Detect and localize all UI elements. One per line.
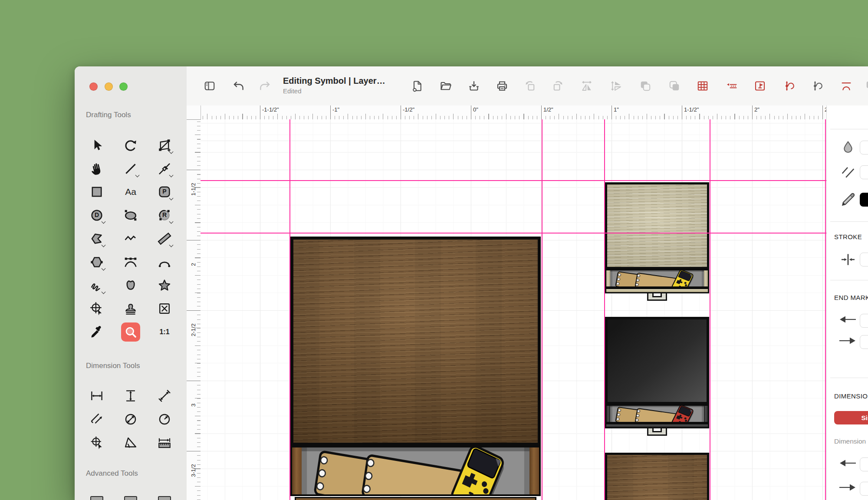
desk-symbol-large[interactable] <box>290 237 541 496</box>
line-tool[interactable] <box>121 159 140 178</box>
dim-ruler-tool[interactable] <box>155 433 174 452</box>
ellipse-tool[interactable] <box>121 206 140 225</box>
symbol-box-tool[interactable] <box>155 299 174 318</box>
guide-vertical-2[interactable] <box>542 119 542 500</box>
dim-horizontal-tool[interactable] <box>87 386 106 405</box>
minimize-window-button[interactable] <box>105 82 113 91</box>
start-mark-field[interactable] <box>860 314 868 328</box>
text-tool[interactable]: Aa <box>121 182 140 201</box>
eyedropper-tool[interactable] <box>87 322 106 342</box>
desk-symbol-light[interactable] <box>605 182 709 301</box>
stroke-align-field[interactable] <box>860 253 868 266</box>
desk-symbol-black[interactable] <box>605 317 709 436</box>
zoom-window-button[interactable] <box>119 82 128 91</box>
point-tool[interactable] <box>87 299 106 318</box>
guide-horizontal-2[interactable] <box>201 233 826 234</box>
copy-button[interactable] <box>639 79 652 92</box>
stroke-color-swatch[interactable] <box>860 193 868 207</box>
dim-angle-tool[interactable] <box>121 433 140 452</box>
construction-line-tool[interactable] <box>155 159 174 178</box>
paste-button[interactable] <box>668 79 681 92</box>
paste-button-icon <box>668 79 681 92</box>
end-mark-arrow-right-icon[interactable] <box>838 335 857 346</box>
select-tool[interactable] <box>87 136 106 155</box>
dim-diagonal-tool[interactable] <box>155 386 174 405</box>
advanced-tool-partial-icon[interactable] <box>158 496 171 500</box>
flip-horizontal-button[interactable] <box>580 79 593 92</box>
guide-vertical-4[interactable] <box>710 119 710 500</box>
open-folder-button[interactable] <box>439 79 452 92</box>
print-button[interactable] <box>496 79 509 92</box>
dimension-arrow-right-icon[interactable] <box>838 482 857 493</box>
flip-vertical-button[interactable] <box>610 79 623 92</box>
dim-vertical-tool-icon <box>123 388 138 403</box>
redo-button[interactable] <box>258 79 271 92</box>
snap-points-button[interactable] <box>783 79 796 92</box>
pencil-icon[interactable] <box>840 191 856 208</box>
guides-toggle-button[interactable] <box>725 79 738 92</box>
snap-points-off-button[interactable] <box>811 79 824 92</box>
end-mark-field[interactable] <box>860 335 868 349</box>
dim-vertical-tool[interactable] <box>121 386 140 405</box>
freehand-tool[interactable] <box>87 276 106 295</box>
actual-size-tool[interactable]: 1:1 <box>155 322 174 342</box>
import-button[interactable] <box>467 79 480 92</box>
curve-tool[interactable] <box>121 229 140 248</box>
single-segment-button[interactable]: Single <box>834 411 868 424</box>
pan-hand-tool[interactable] <box>87 159 106 178</box>
document-toolbar: Editing Symbol | Layer… Edited <box>187 66 868 106</box>
p-shape-tool[interactable]: P <box>155 182 174 201</box>
zoom-tool[interactable] <box>121 322 140 342</box>
transform-tool[interactable] <box>155 136 174 155</box>
double-line-tool[interactable] <box>155 229 174 248</box>
hatch-pattern-icon[interactable] <box>840 164 856 181</box>
stamp-tool[interactable] <box>121 299 140 318</box>
desktop: { "window": { "title": "Editing Symbol |… <box>0 0 868 500</box>
new-document-button[interactable] <box>411 79 424 92</box>
horizontal-ruler[interactable]: -2"-1-1/2"-1"-1/2"0"1/2"1"1-1/2"2"2-1/2" <box>187 105 868 120</box>
start-mark-arrow-left-icon[interactable] <box>838 314 857 325</box>
toggle-sidebar-button[interactable] <box>203 79 216 92</box>
regular-polygon-tool[interactable] <box>87 253 106 272</box>
undo-button[interactable] <box>232 79 245 92</box>
drawing-canvas[interactable] <box>201 119 826 500</box>
object-snap-button-icon <box>753 79 766 92</box>
guide-vertical-5[interactable] <box>825 119 826 500</box>
guide-vertical-3[interactable] <box>604 119 605 500</box>
arc-tool[interactable] <box>155 253 174 272</box>
d-circle-tool[interactable]: D <box>87 206 106 225</box>
tangent-snap-button[interactable] <box>840 79 853 92</box>
stroke-align-icon[interactable] <box>840 251 856 268</box>
rotate-tool[interactable] <box>121 136 140 155</box>
dim-diameter-tool[interactable] <box>121 410 140 429</box>
grid-toggle-button[interactable] <box>696 79 709 92</box>
star-tool[interactable] <box>155 276 174 295</box>
dim-center-mark-tool[interactable] <box>87 433 106 452</box>
rotate-right-button[interactable] <box>552 79 565 92</box>
dimension-arrow-left-icon[interactable] <box>838 457 857 469</box>
r-circle-tool[interactable]: R <box>155 206 174 225</box>
vertical-ruler[interactable]: 1-1/222-1/233-1/2 <box>187 119 201 500</box>
bezier-tool[interactable] <box>121 253 140 272</box>
guide-horizontal-1[interactable] <box>201 180 826 181</box>
rectangle-tool[interactable] <box>87 182 106 201</box>
close-window-button[interactable] <box>89 82 98 91</box>
object-snap-button[interactable] <box>753 79 766 92</box>
advanced-tool-partial-icon[interactable] <box>90 496 103 500</box>
partial-toolbar-button[interactable] <box>865 79 868 92</box>
dim-radius-tool[interactable] <box>155 410 174 429</box>
desk-symbol-brown[interactable] <box>605 453 709 500</box>
rotate-left-button[interactable] <box>523 79 536 92</box>
fill-field[interactable] <box>860 141 868 155</box>
blob-tool-icon <box>123 278 138 293</box>
polygon-tool[interactable] <box>87 229 106 248</box>
guide-vertical-1[interactable] <box>289 119 290 500</box>
dim-angled-tool[interactable] <box>87 410 106 429</box>
hatch-field[interactable] <box>860 165 868 179</box>
advanced-tool-partial-icon[interactable] <box>124 496 137 500</box>
dimension-start-field[interactable] <box>860 457 868 471</box>
blob-tool[interactable] <box>121 276 140 295</box>
rotate-left-button-icon <box>523 79 536 92</box>
dimension-end-field[interactable] <box>860 482 868 496</box>
fill-droplet-icon[interactable] <box>840 139 856 156</box>
